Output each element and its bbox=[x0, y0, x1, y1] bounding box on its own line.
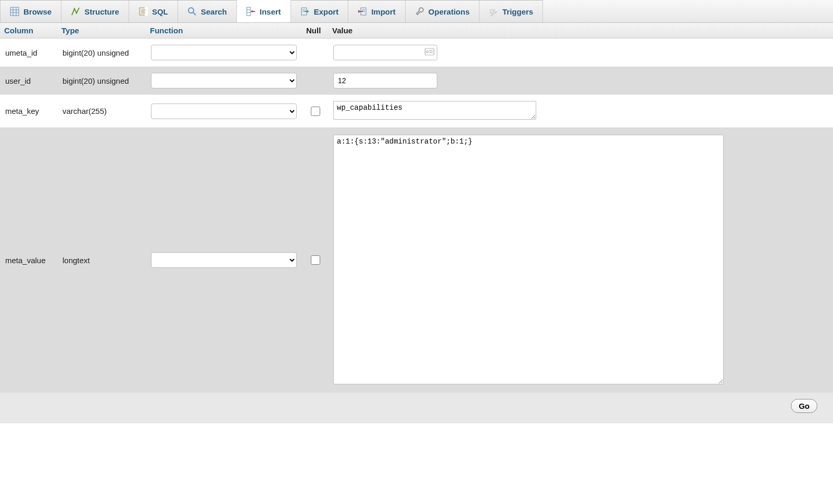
tab-bar: Browse Structure SQL Search Insert Expor… bbox=[0, 0, 833, 23]
null-checkbox[interactable] bbox=[311, 255, 320, 265]
null-checkbox[interactable] bbox=[311, 107, 320, 116]
svg-line-13 bbox=[193, 12, 196, 15]
header-null: Null bbox=[302, 23, 328, 38]
row-user-id: user_id bigint(20) unsigned bbox=[0, 67, 833, 95]
go-button[interactable]: Go bbox=[791, 399, 817, 413]
svg-point-12 bbox=[188, 8, 194, 13]
footer-bar: Go bbox=[0, 393, 833, 423]
tab-sql[interactable]: SQL bbox=[129, 0, 178, 22]
tab-label: Browse bbox=[23, 7, 52, 16]
tab-label: Operations bbox=[428, 7, 470, 16]
svg-point-30 bbox=[426, 51, 428, 53]
svg-rect-8 bbox=[145, 7, 148, 16]
tab-label: Insert bbox=[260, 7, 281, 16]
svg-rect-14 bbox=[247, 7, 250, 16]
column-headers: Column Type Function Null Value bbox=[0, 23, 833, 38]
tab-label: Import bbox=[371, 7, 396, 16]
tab-insert[interactable]: Insert bbox=[237, 0, 291, 22]
function-select[interactable] bbox=[151, 104, 297, 119]
value-textarea[interactable] bbox=[333, 101, 536, 120]
value-textarea[interactable] bbox=[333, 135, 724, 384]
svg-marker-18 bbox=[251, 10, 253, 13]
tab-export[interactable]: Export bbox=[291, 0, 349, 22]
value-input[interactable] bbox=[333, 45, 437, 60]
sql-icon bbox=[138, 7, 148, 16]
tab-label: Search bbox=[201, 7, 227, 16]
svg-rect-0 bbox=[10, 7, 19, 16]
function-select[interactable] bbox=[151, 73, 297, 88]
tab-operations[interactable]: Operations bbox=[406, 0, 479, 22]
tab-label: Export bbox=[314, 7, 339, 16]
tab-label: Triggers bbox=[502, 7, 533, 16]
header-type: Type bbox=[57, 23, 146, 38]
row-umeta-id: umeta_id bigint(20) unsigned bbox=[0, 38, 833, 67]
row-meta-value: meta_value longtext bbox=[0, 127, 833, 393]
column-name: meta_key bbox=[0, 100, 57, 122]
svg-point-6 bbox=[76, 12, 78, 14]
svg-point-5 bbox=[74, 8, 75, 10]
id-card-icon[interactable] bbox=[425, 48, 434, 57]
tab-structure[interactable]: Structure bbox=[61, 0, 129, 22]
import-icon bbox=[358, 7, 367, 16]
wrench-icon bbox=[415, 7, 424, 16]
structure-icon bbox=[71, 7, 80, 16]
column-type: varchar(255) bbox=[57, 100, 146, 122]
column-name: umeta_id bbox=[0, 42, 57, 63]
insert-icon bbox=[246, 7, 256, 16]
triggers-icon bbox=[489, 7, 498, 16]
column-type: bigint(20) unsigned bbox=[57, 70, 146, 92]
value-input[interactable] bbox=[333, 73, 437, 88]
function-select[interactable] bbox=[151, 252, 297, 268]
column-name: meta_value bbox=[0, 250, 57, 271]
column-name: user_id bbox=[0, 70, 57, 92]
search-icon bbox=[187, 7, 197, 16]
header-column: Column bbox=[0, 23, 57, 38]
tab-search[interactable]: Search bbox=[178, 0, 237, 22]
column-type: longtext bbox=[57, 250, 146, 271]
export-icon bbox=[300, 7, 310, 16]
header-function: Function bbox=[146, 23, 302, 38]
tab-label: Structure bbox=[84, 7, 119, 16]
tab-browse[interactable]: Browse bbox=[0, 0, 61, 22]
tab-import[interactable]: Import bbox=[348, 0, 406, 22]
tab-triggers[interactable]: Triggers bbox=[479, 0, 543, 22]
tab-label: SQL bbox=[152, 7, 168, 16]
function-select[interactable] bbox=[151, 45, 297, 60]
table-icon bbox=[10, 7, 19, 16]
row-meta-key: meta_key varchar(255) bbox=[0, 95, 833, 127]
header-value: Value bbox=[328, 23, 833, 38]
column-type: bigint(20) unsigned bbox=[57, 42, 146, 63]
